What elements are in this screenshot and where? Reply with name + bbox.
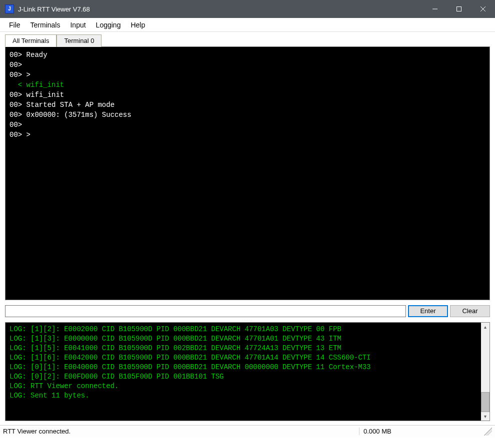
splitter-handle[interactable]: ······ [0,318,495,322]
titlebar: J J-Link RTT Viewer V7.68 [0,0,495,18]
menu-file[interactable]: File [4,19,26,31]
clear-button[interactable]: Clear [450,305,490,317]
log-line: LOG: Sent 11 bytes. [10,391,477,401]
maximize-button[interactable] [447,0,471,18]
menu-logging[interactable]: Logging [91,19,126,31]
terminal-line: 00> Ready [10,50,486,60]
close-button[interactable] [471,0,495,18]
terminal-line: 00> > [10,130,486,140]
close-icon [480,6,486,12]
scroll-down-button[interactable]: ▾ [481,412,490,421]
resize-grip-icon[interactable] [484,428,492,436]
svg-rect-1 [457,7,462,11]
terminal-line: < wifi_init [10,80,486,90]
app-icon: J [5,4,14,13]
log-panel: LOG: [1][2]: E0002000 CID B105900D PID 0… [5,322,490,421]
command-input[interactable] [5,305,406,317]
tab-terminal-0[interactable]: Terminal 0 [56,34,102,47]
maximize-icon [456,6,462,12]
scroll-thumb[interactable] [481,392,490,412]
tab-row: All Terminals Terminal 0 [0,32,495,46]
terminal-line: 00> wifi_init [10,90,486,100]
terminal-line: 00> [10,60,486,70]
status-bytes: 0.000 MB [359,428,484,435]
menubar: File Terminals Input Logging Help [0,18,495,32]
log-line: LOG: [0][1]: E0040000 CID B105900D PID 0… [10,363,477,372]
log-scrollbar[interactable]: ▴ ▾ [481,323,490,421]
minimize-icon [432,6,438,12]
status-message: RTT Viewer connected. [3,428,359,435]
log-line: LOG: [1][5]: E0041000 CID B105900D PID 0… [10,344,477,353]
menu-help[interactable]: Help [126,19,150,31]
scroll-track[interactable] [481,331,490,412]
terminal-line: 00> Started STA + AP mode [10,100,486,110]
tab-all-terminals[interactable]: All Terminals [5,34,56,47]
log-line: LOG: [1][6]: E0042000 CID B105900D PID 0… [10,353,477,363]
terminal-line: 00> 0x00000: (3571ms) Success [10,110,486,120]
input-row: Enter Clear [0,300,495,317]
minimize-button[interactable] [423,0,447,18]
menu-input[interactable]: Input [65,19,90,31]
terminal-line: 00> [10,120,486,130]
log-line: LOG: [1][3]: E0000000 CID B105900D PID 0… [10,334,477,344]
log-output[interactable]: LOG: [1][2]: E0002000 CID B105900D PID 0… [6,323,481,421]
window-title: J-Link RTT Viewer V7.68 [18,5,90,13]
log-line: LOG: [0][2]: E00FD000 CID B105F00D PID 0… [10,372,477,382]
terminal-output[interactable]: 00> Ready00>00> > < wifi_init00> wifi_in… [5,46,490,300]
terminal-line: 00> > [10,70,486,80]
scroll-up-button[interactable]: ▴ [481,323,490,331]
menu-terminals[interactable]: Terminals [26,19,66,31]
log-line: LOG: [1][2]: E0002000 CID B105900D PID 0… [10,325,477,334]
enter-button[interactable]: Enter [408,305,448,317]
statusbar: RTT Viewer connected. 0.000 MB [0,425,495,437]
log-line: LOG: RTT Viewer connected. [10,382,477,391]
